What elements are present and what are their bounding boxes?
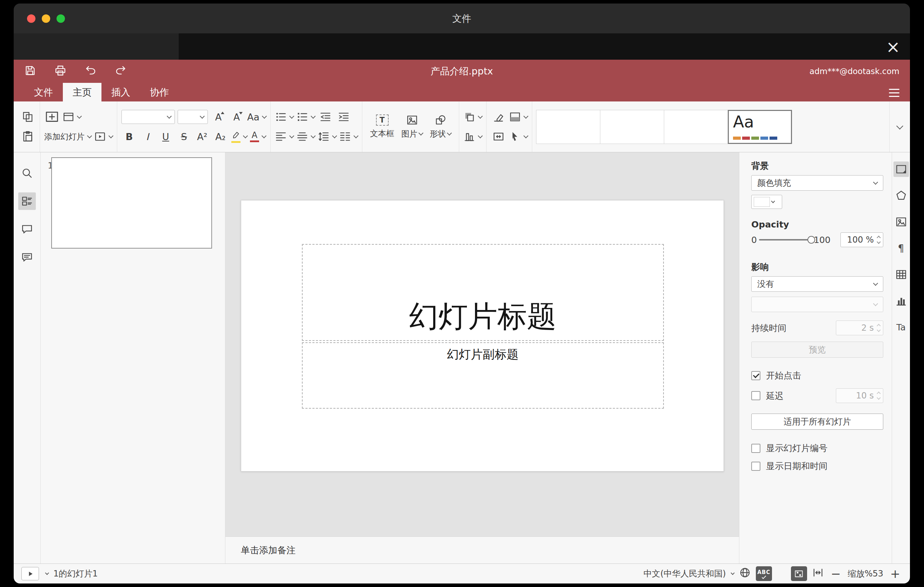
language-selector[interactable]: 中文(中华人民共和国) [644, 568, 734, 579]
increase-font-button[interactable]: A [211, 109, 226, 125]
clear-style-button[interactable] [491, 109, 506, 125]
textart-settings-tab[interactable]: Ta [893, 320, 909, 335]
copy-button[interactable] [20, 109, 35, 125]
bullets-button[interactable] [275, 109, 294, 125]
slide-thumbnail[interactable] [51, 157, 212, 249]
chevron-down-icon [311, 114, 315, 118]
effect-select[interactable]: 没有 [751, 276, 883, 292]
background-fill-select[interactable]: 颜色填充 [751, 175, 883, 191]
subscript-button[interactable]: A₂ [213, 129, 228, 145]
line-spacing-button[interactable] [318, 129, 336, 145]
increase-indent-button[interactable] [336, 109, 351, 125]
duration-input[interactable]: 2 s [836, 320, 883, 335]
zoom-window-button[interactable] [56, 15, 65, 23]
color-scheme-button[interactable] [509, 109, 528, 125]
tab-file[interactable]: 文件 [24, 83, 63, 101]
effect-variant-select[interactable] [751, 297, 883, 312]
columns-button[interactable] [339, 129, 358, 145]
close-icon[interactable]: × [886, 38, 900, 55]
minimize-window-button[interactable] [42, 15, 50, 23]
fit-width-button[interactable] [812, 567, 824, 581]
undo-button[interactable] [84, 64, 97, 78]
tab-home[interactable]: 主页 [63, 83, 101, 101]
start-on-click-checkbox[interactable] [751, 371, 761, 380]
underline-button[interactable]: U [158, 129, 173, 145]
comments-panel-button[interactable] [18, 221, 36, 238]
add-slide-dropdown[interactable]: 添加幻灯片 [44, 129, 91, 145]
slide-title-placeholder[interactable]: 幻灯片标题 [302, 244, 664, 341]
save-button[interactable] [24, 64, 36, 78]
align-shapes-button[interactable] [464, 129, 482, 145]
opacity-slider[interactable] [759, 239, 812, 241]
save-icon [24, 64, 36, 76]
background-color-picker[interactable] [751, 195, 782, 209]
close-window-button[interactable] [27, 15, 35, 23]
slides-panel-button[interactable] [18, 192, 36, 210]
document-language-button[interactable] [739, 567, 751, 581]
chat-panel-button[interactable] [18, 249, 36, 266]
font-size-combo[interactable] [178, 110, 208, 124]
chart-settings-tab[interactable] [893, 293, 909, 308]
insert-textbox-button[interactable]: T 文本框 [366, 107, 398, 147]
paragraph-settings-tab[interactable]: ¶ [893, 241, 909, 256]
select-tool-button[interactable] [509, 129, 528, 145]
spinner-arrows-icon[interactable] [877, 236, 880, 243]
zoom-out-button[interactable]: − [829, 568, 843, 580]
slider-knob[interactable] [807, 236, 815, 244]
slide-layout-button[interactable] [63, 109, 81, 125]
theme-item[interactable] [536, 110, 600, 144]
background-label: 背景 [751, 160, 883, 171]
slide-size-button[interactable] [491, 129, 506, 145]
spellcheck-toggle[interactable]: ABC [756, 566, 772, 581]
opacity-input[interactable]: 100 % [840, 232, 883, 247]
tab-collaboration[interactable]: 协作 [140, 83, 179, 101]
fit-slide-button[interactable] [791, 566, 807, 581]
strikeout-button[interactable]: S [176, 129, 192, 145]
numbering-button[interactable] [296, 109, 315, 125]
change-case-button[interactable]: Aa [247, 109, 266, 125]
image-settings-tab[interactable] [893, 214, 909, 229]
decrease-indent-button[interactable] [318, 109, 333, 125]
slide-settings-tab[interactable] [893, 162, 909, 177]
slide-canvas[interactable]: 幻灯片标题 幻灯片副标题 [241, 200, 724, 472]
apply-to-all-slides-button[interactable]: 适用于所有幻灯片 [751, 414, 883, 430]
highlight-color-button[interactable] [231, 129, 247, 145]
theme-item[interactable] [600, 110, 664, 144]
table-settings-tab[interactable] [893, 267, 909, 282]
delay-input[interactable]: 10 s [836, 388, 883, 403]
zoom-in-button[interactable]: + [888, 568, 902, 580]
vertical-align-button[interactable] [296, 129, 315, 145]
font-name-combo[interactable] [122, 110, 175, 124]
slide-subtitle-placeholder[interactable]: 幻灯片副标题 [302, 342, 664, 409]
theme-item-selected[interactable]: Aa [728, 110, 792, 144]
decrease-font-button[interactable]: A [229, 109, 244, 125]
tab-insert[interactable]: 插入 [101, 83, 140, 101]
chevron-down-icon [289, 133, 294, 138]
italic-button[interactable]: I [140, 129, 155, 145]
image-icon [406, 114, 418, 126]
font-color-button[interactable]: A [250, 129, 266, 145]
superscript-button[interactable]: A² [195, 129, 210, 145]
menu-icon[interactable] [889, 89, 899, 97]
slideshow-options-chevron-icon[interactable] [45, 571, 49, 575]
preview-slideshow-button[interactable] [94, 129, 113, 145]
horizontal-align-button[interactable] [275, 129, 294, 145]
theme-item[interactable] [664, 110, 728, 144]
preview-button[interactable]: 预览 [751, 341, 883, 358]
show-date-checkbox[interactable] [751, 462, 761, 471]
delay-checkbox[interactable] [751, 391, 761, 400]
shape-settings-tab[interactable] [893, 188, 909, 203]
insert-shape-button[interactable]: 形状 [426, 107, 455, 147]
redo-button[interactable] [115, 64, 127, 78]
show-slide-number-checkbox[interactable] [751, 444, 761, 453]
add-slide-button[interactable] [44, 109, 60, 125]
start-slideshow-button[interactable] [21, 567, 39, 580]
print-button[interactable] [54, 64, 66, 78]
bold-button[interactable]: B [122, 129, 137, 145]
insert-image-button[interactable]: 图片 [398, 107, 426, 147]
notes-input[interactable]: 单击添加备注 [225, 536, 739, 564]
paste-button[interactable] [20, 129, 35, 145]
themes-expand-button[interactable] [889, 101, 908, 152]
search-button[interactable] [18, 164, 36, 182]
arrange-shapes-button[interactable] [464, 109, 482, 125]
